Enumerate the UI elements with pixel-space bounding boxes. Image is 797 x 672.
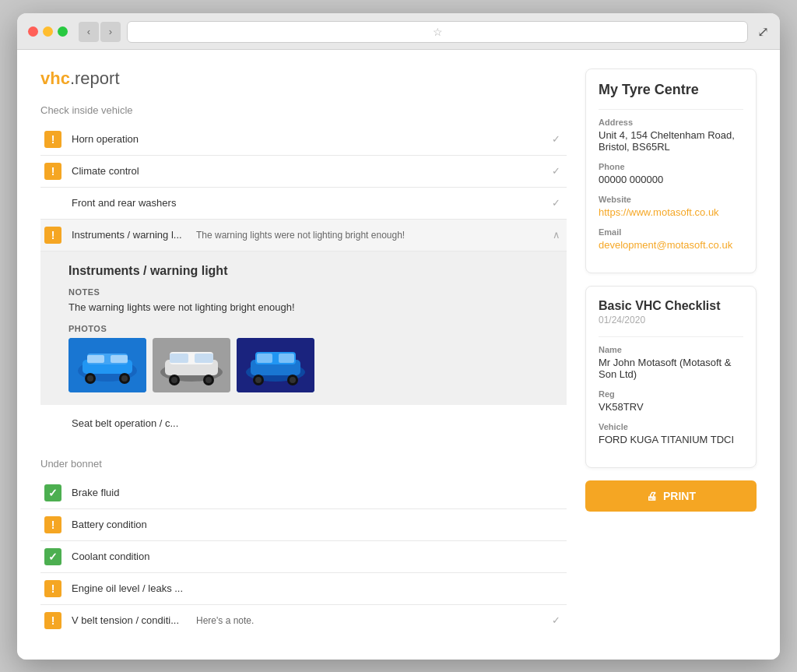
- brake-badge: ✓: [40, 477, 65, 508]
- check-inside-section: Check inside vehicle ! Horn operation ✓ …: [40, 104, 567, 439]
- check-row: ! Climate control ✓: [40, 156, 567, 188]
- svg-rect-28: [257, 354, 272, 363]
- vbelt-note: Here's a note.: [190, 605, 546, 636]
- print-button[interactable]: 🖨 PRINT: [585, 480, 757, 512]
- seatbelt-note: [190, 408, 554, 439]
- svg-rect-19: [195, 354, 213, 363]
- notes-text: The warning lights were not lighting bri…: [68, 301, 554, 313]
- brake-label: Brake fluid: [65, 477, 190, 508]
- engineoil-badge: !: [40, 573, 65, 604]
- svg-point-25: [255, 377, 262, 383]
- browser-chrome: ‹ › ☆ ⤢: [17, 13, 780, 50]
- engineoil-label: Engine oil level / leaks ...: [65, 573, 190, 604]
- brake-note: [190, 477, 554, 508]
- engineoil-note: [190, 573, 554, 604]
- check-row: ! Instruments / warning l... The warning…: [40, 220, 567, 252]
- garage-name: My Tyre Centre: [599, 82, 743, 98]
- vbelt-badge: !: [40, 605, 65, 636]
- vbelt-chevron[interactable]: ✓: [546, 605, 567, 636]
- horn-chevron[interactable]: ✓: [546, 124, 567, 155]
- washers-note: [190, 188, 546, 219]
- name-value: Mr John Motasoft (Motasoft & Son Ltd): [599, 357, 743, 380]
- check-row: ! V belt tension / conditi... Here's a n…: [40, 605, 567, 636]
- checklist-date: 01/24/2020: [599, 315, 743, 325]
- coolant-badge: ✓: [40, 541, 65, 572]
- washers-badge: [40, 188, 65, 219]
- check-row: ! Battery condition: [40, 509, 567, 541]
- svg-point-15: [171, 377, 177, 383]
- phone-label: Phone: [599, 162, 743, 171]
- logo-vhc: vhc: [40, 69, 70, 88]
- washers-chevron[interactable]: ✓: [546, 188, 567, 219]
- horn-label: Horn operation: [65, 124, 190, 155]
- check-row: Front and rear washers ✓: [40, 188, 567, 220]
- warning-badge: !: [44, 580, 61, 597]
- instruments-chevron[interactable]: ∧: [546, 220, 567, 251]
- photos-row: [68, 338, 554, 392]
- back-button[interactable]: ‹: [79, 22, 99, 42]
- under-bonnet-section: Under bonnet ✓ Brake fluid ! Battery con…: [40, 458, 567, 636]
- horn-badge: !: [40, 124, 65, 155]
- sidebar: My Tyre Centre Address Unit 4, 154 Chelt…: [585, 69, 757, 636]
- photo-thumb-1: [68, 338, 146, 392]
- photos-label: PHOTOS: [68, 324, 554, 333]
- svg-point-5: [87, 375, 93, 382]
- battery-chevron[interactable]: [554, 509, 567, 540]
- climate-label: Climate control: [65, 156, 190, 187]
- browser-window: ‹ › ☆ ⤢ vhc.report Check inside vehicle …: [17, 13, 780, 660]
- checklist-card: Basic VHC Checklist 01/24/2020 Name Mr J…: [585, 286, 757, 468]
- climate-chevron[interactable]: ✓: [546, 156, 567, 187]
- svg-rect-18: [170, 354, 188, 363]
- instruments-note: The warning lights were not lighting bri…: [190, 220, 546, 251]
- check-row: ! Engine oil level / leaks ...: [40, 573, 567, 605]
- warning-badge: !: [44, 516, 61, 533]
- printer-icon: 🖨: [646, 490, 657, 502]
- warning-badge: !: [44, 163, 61, 180]
- battery-note: [190, 509, 554, 540]
- email-label: Email: [599, 227, 743, 237]
- washers-label: Front and rear washers: [65, 188, 190, 219]
- address-bar[interactable]: ☆: [127, 21, 748, 43]
- brake-chevron[interactable]: [554, 477, 567, 508]
- climate-badge: !: [40, 156, 65, 187]
- svg-point-7: [121, 375, 128, 382]
- bookmark-icon: ☆: [433, 26, 443, 38]
- horn-note: [190, 124, 546, 155]
- coolant-chevron[interactable]: [554, 541, 567, 572]
- instruments-label: Instruments / warning l...: [65, 220, 190, 251]
- instruments-badge: !: [40, 220, 65, 251]
- reg-value: VK58TRV: [599, 401, 743, 413]
- reg-label: Reg: [599, 389, 743, 399]
- coolant-note: [190, 541, 554, 572]
- expand-button[interactable]: ⤢: [757, 23, 769, 40]
- browser-content: vhc.report Check inside vehicle ! Horn o…: [17, 50, 780, 660]
- maximize-button[interactable]: [58, 26, 68, 37]
- minimize-button[interactable]: [43, 26, 53, 37]
- engineoil-chevron[interactable]: [554, 573, 567, 604]
- main-content: vhc.report Check inside vehicle ! Horn o…: [40, 69, 567, 636]
- check-row: ✓ Brake fluid: [40, 477, 567, 509]
- ok-badge: ✓: [44, 548, 61, 565]
- climate-note: [190, 156, 546, 187]
- vbelt-label: V belt tension / conditi...: [65, 605, 190, 636]
- close-button[interactable]: [28, 26, 38, 37]
- seatbelt-label: Seat belt operation / c...: [65, 408, 190, 439]
- email-link[interactable]: development@motasoft.co.uk: [599, 239, 743, 251]
- seatbelt-chevron[interactable]: [554, 408, 567, 439]
- check-row: ✓ Coolant condition: [40, 541, 567, 573]
- garage-card: My Tyre Centre Address Unit 4, 154 Chelt…: [585, 69, 757, 273]
- logo: vhc.report: [40, 69, 567, 89]
- name-label: Name: [599, 345, 743, 354]
- check-row: ! Horn operation ✓: [40, 124, 567, 156]
- forward-button[interactable]: ›: [100, 22, 121, 42]
- website-link[interactable]: https://www.motasoft.co.uk: [599, 206, 743, 218]
- svg-rect-9: [111, 355, 128, 363]
- checklist-title: Basic VHC Checklist: [599, 299, 743, 313]
- under-bonnet-title: Under bonnet: [40, 458, 567, 470]
- photo-thumb-3: [237, 338, 314, 392]
- nav-buttons: ‹ ›: [79, 22, 121, 42]
- svg-point-17: [205, 377, 212, 383]
- vehicle-label: Vehicle: [599, 422, 743, 431]
- expanded-panel: Instruments / warning light NOTES The wa…: [40, 252, 567, 405]
- phone-value: 00000 000000: [599, 174, 743, 185]
